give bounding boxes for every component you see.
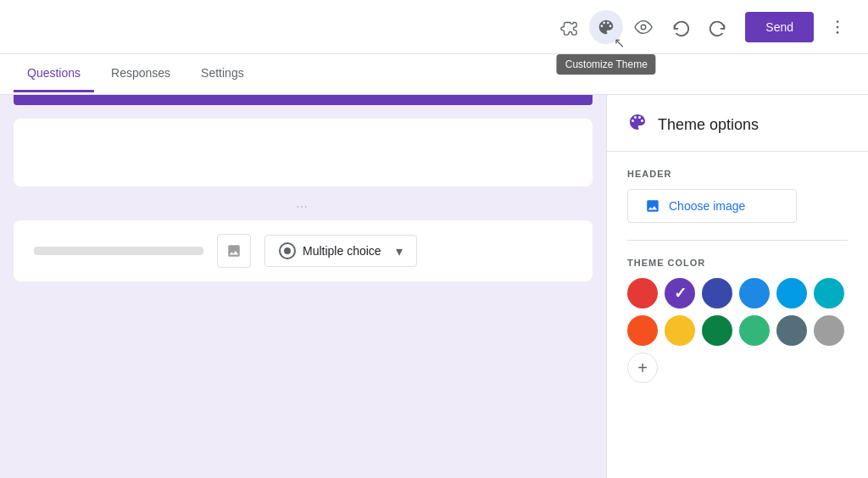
undo-icon [671, 18, 690, 36]
header-section-label: HEADER [627, 169, 848, 179]
dropdown-chevron-icon: ▾ [396, 243, 403, 259]
form-content: ⋯ Multiple choice [0, 105, 606, 295]
tab-questions[interactable]: Questions [14, 56, 94, 92]
right-panel: Theme options HEADER Choose image THEME … [607, 95, 868, 478]
toolbar-icons: ↖ Customize Theme Send [552, 10, 854, 44]
svg-point-0 [642, 25, 647, 30]
multiple-choice-icon [279, 242, 296, 259]
mc-icon-inner [284, 247, 291, 254]
form-title-card[interactable] [14, 119, 593, 186]
color-swatch-0[interactable] [627, 278, 658, 308]
svg-point-3 [837, 31, 839, 34]
question-card[interactable]: Multiple choice ▾ [14, 220, 593, 281]
header-section: HEADER Choose image [607, 152, 868, 240]
choose-image-button[interactable]: Choose image [627, 189, 797, 223]
form-area: ⋯ Multiple choice [0, 95, 606, 478]
color-swatch-11[interactable] [814, 315, 844, 346]
image-upload-icon-box[interactable] [217, 234, 251, 268]
color-swatch-7[interactable] [665, 315, 695, 346]
undo-button[interactable] [664, 10, 698, 44]
top-bar: ↖ Customize Theme Send [0, 0, 868, 54]
svg-point-1 [837, 20, 839, 23]
question-section: ⋯ Multiple choice [14, 197, 593, 281]
question-placeholder-bar [34, 247, 203, 255]
panel-title: Theme options [658, 116, 759, 134]
drag-handle: ⋯ [14, 200, 593, 214]
puzzle-icon [559, 18, 578, 36]
puzzle-button[interactable] [552, 10, 586, 44]
cursor-indicator: ↖ [614, 35, 625, 51]
color-swatch-10[interactable] [776, 315, 807, 346]
add-custom-color-button[interactable]: + [627, 353, 658, 383]
palette-panel-icon [627, 112, 648, 132]
preview-button[interactable] [626, 10, 660, 44]
svg-point-2 [837, 25, 839, 28]
color-swatch-2[interactable] [702, 278, 732, 308]
image-icon [226, 243, 242, 258]
more-vertical-icon [828, 18, 847, 36]
tab-settings[interactable]: Settings [187, 56, 258, 92]
customize-theme-button[interactable]: ↖ [589, 10, 623, 44]
send-button[interactable]: Send [745, 12, 814, 42]
tabs-bar: Questions Responses Settings [0, 54, 868, 95]
image-btn-icon [645, 198, 660, 214]
main-area: ⋯ Multiple choice [0, 95, 868, 478]
question-type-dropdown[interactable]: Multiple choice ▾ [264, 235, 417, 267]
color-swatch-8[interactable] [702, 315, 732, 346]
panel-palette-icon [627, 112, 648, 137]
eye-icon [634, 18, 653, 36]
theme-color-section: THEME COLOR + [607, 241, 868, 400]
color-swatch-9[interactable] [739, 315, 770, 346]
color-swatch-1[interactable] [665, 278, 695, 308]
color-swatch-5[interactable] [814, 278, 844, 308]
choose-image-label: Choose image [669, 199, 745, 213]
color-grid [627, 278, 848, 346]
customize-theme-wrapper: ↖ Customize Theme [589, 10, 623, 44]
panel-header: Theme options [607, 95, 868, 152]
redo-button[interactable] [701, 10, 735, 44]
form-purple-bar [14, 95, 593, 105]
color-swatch-4[interactable] [776, 278, 807, 308]
redo-icon [709, 18, 727, 36]
color-swatch-6[interactable] [627, 315, 658, 346]
theme-color-label: THEME COLOR [627, 258, 848, 268]
color-swatch-3[interactable] [739, 278, 770, 308]
tab-responses[interactable]: Responses [97, 56, 184, 92]
palette-toolbar-icon [597, 18, 615, 36]
more-options-button[interactable] [821, 10, 854, 44]
question-type-label: Multiple choice [303, 244, 381, 258]
